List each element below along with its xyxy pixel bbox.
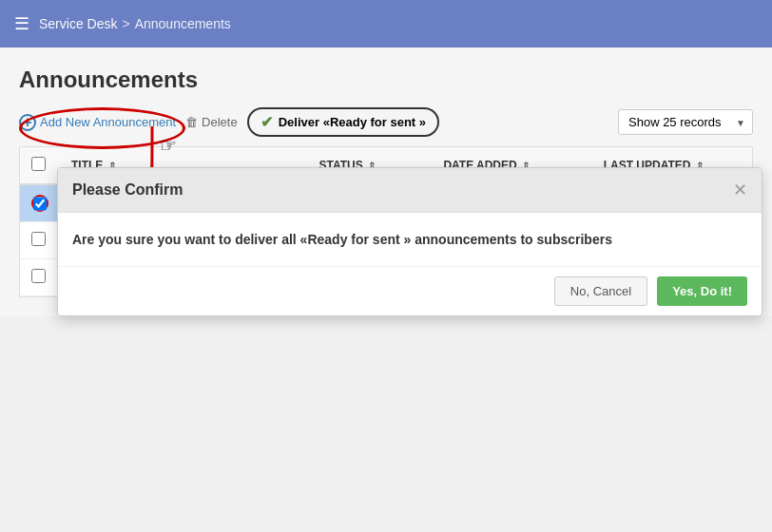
plus-icon: + <box>19 114 36 131</box>
row-checkbox[interactable] <box>31 269 46 283</box>
main-content: Announcements + Add New Announcement 🗑 D… <box>0 48 772 316</box>
modal-body-text: Are you sure you want to deliver all «Re… <box>72 232 612 247</box>
select-all-checkbox[interactable] <box>31 157 46 171</box>
breadcrumb-app-link[interactable]: Service Desk <box>39 16 117 31</box>
page-title: Announcements <box>19 66 753 93</box>
modal-body: Are you sure you want to deliver all «Re… <box>58 213 762 266</box>
cancel-button[interactable]: No, Cancel <box>554 276 647 306</box>
delete-label: Delete <box>202 115 238 129</box>
confirm-button[interactable]: Yes, Do it! <box>657 276 747 306</box>
modal-close-button[interactable]: ✕ <box>733 180 747 200</box>
show-records-wrapper: Show 25 records Show 50 records Show 100… <box>618 109 753 135</box>
checked-circle-annotation <box>31 195 48 212</box>
deliver-button[interactable]: ✔ Deliver «Ready for sent » <box>247 107 439 137</box>
show-records-select-wrapper[interactable]: Show 25 records Show 50 records Show 100… <box>618 109 753 135</box>
confirm-modal: Please Confirm ✕ Are you sure you want t… <box>57 167 762 316</box>
add-announcement-button[interactable]: + Add New Announcement <box>19 114 176 131</box>
check-icon: ✔ <box>261 113 273 131</box>
row-checkbox-cell[interactable] <box>20 184 60 222</box>
modal-footer: No, Cancel Yes, Do it! <box>58 266 762 315</box>
menu-icon[interactable]: ☰ <box>14 13 29 34</box>
breadcrumb-current: Announcements <box>135 16 231 31</box>
deliver-label: Deliver «Ready for sent » <box>279 115 426 129</box>
show-records-select[interactable]: Show 25 records Show 50 records Show 100… <box>618 109 753 135</box>
add-announcement-label: Add New Announcement <box>40 115 176 129</box>
row-checkbox[interactable] <box>33 197 47 211</box>
row-checkbox[interactable] <box>31 232 46 246</box>
breadcrumb: Service Desk > Announcements <box>39 16 231 31</box>
breadcrumb-separator: > <box>122 16 129 31</box>
modal-title: Please Confirm <box>72 181 183 199</box>
row-checkbox-cell[interactable] <box>20 222 60 259</box>
header: ☰ Service Desk > Announcements <box>0 0 772 48</box>
modal-header: Please Confirm ✕ <box>58 168 762 213</box>
trash-icon: 🗑 <box>185 115 198 129</box>
header-checkbox-cell <box>20 147 60 184</box>
row-checkbox-cell[interactable] <box>20 259 60 296</box>
delete-button[interactable]: 🗑 Delete <box>185 115 238 129</box>
toolbar: + Add New Announcement 🗑 Delete ✔ Delive… <box>19 107 753 137</box>
